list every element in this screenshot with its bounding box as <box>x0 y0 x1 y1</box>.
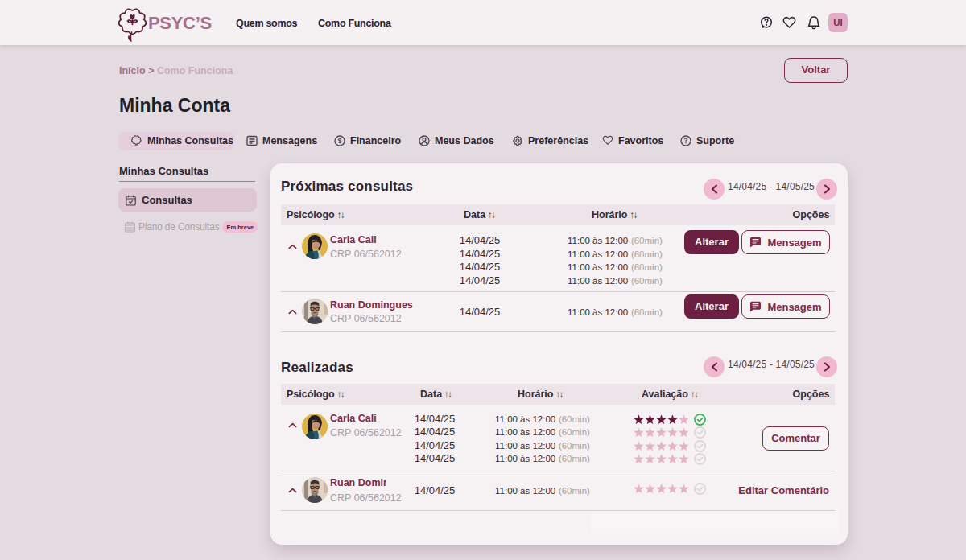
svg-text:$: $ <box>338 137 342 145</box>
